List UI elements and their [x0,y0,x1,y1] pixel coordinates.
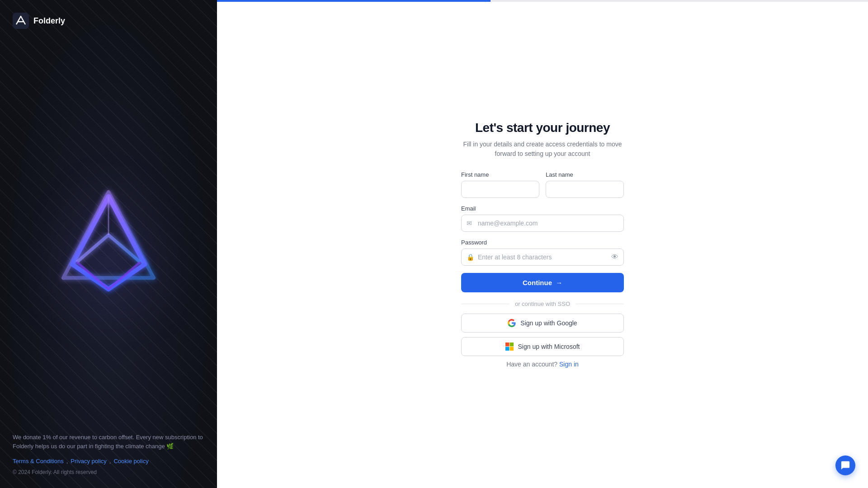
name-row: First name Last name [461,171,624,198]
arrow-right-icon: → [556,279,562,286]
sso-line-left [461,304,509,304]
first-name-label: First name [461,171,539,178]
carbon-text: We donate 1% of our revenue to carbon of… [13,433,204,450]
svg-rect-3 [505,347,509,351]
footer-links: Terms & Conditions , Privacy policy , Co… [13,458,204,465]
form-container: Let's start your journey Fill in your de… [217,0,868,488]
progress-bar-remainder [491,0,868,2]
svg-rect-4 [509,347,514,351]
right-panel: Let's start your journey Fill in your de… [217,0,868,488]
sso-line-right [576,304,624,304]
last-name-group: Last name [546,171,624,198]
email-group: Email ✉ [461,205,624,232]
sso-text: or continue with SSO [515,300,570,307]
left-panel: Folderly [0,0,217,488]
svg-rect-1 [505,343,509,347]
chat-widget[interactable] [835,455,855,475]
first-name-group: First name [461,171,539,198]
google-icon [508,319,516,327]
last-name-input[interactable] [546,181,624,198]
form-title: Let's start your journey [461,121,624,135]
privacy-link[interactable]: Privacy policy [71,458,106,465]
signin-link[interactable]: Sign in [559,361,579,368]
form-subtitle: Fill in your details and create access c… [461,140,624,159]
email-label: Email [461,205,624,212]
cookie-link[interactable]: Cookie policy [113,458,148,465]
progress-bar-fill [217,0,491,2]
sso-divider: or continue with SSO [461,300,624,307]
first-name-input[interactable] [461,181,539,198]
eye-icon[interactable]: 👁 [611,253,618,261]
google-signup-label: Sign up with Google [520,319,577,327]
form-card: Let's start your journey Fill in your de… [461,121,624,368]
chat-icon [840,460,850,470]
password-input[interactable] [461,249,624,266]
svg-rect-0 [13,13,29,29]
envelope-illustration [32,169,185,305]
email-input[interactable] [461,215,624,232]
terms-link[interactable]: Terms & Conditions [13,458,64,465]
email-input-wrapper: ✉ [461,215,624,232]
svg-rect-2 [509,343,514,347]
microsoft-icon [505,343,514,351]
logo-text: Folderly [33,16,65,26]
continue-button[interactable]: Continue → [461,273,624,292]
progress-bar-track [217,0,868,2]
password-group: Password 🔒 👁 [461,239,624,266]
continue-label: Continue [523,279,552,286]
google-signup-button[interactable]: Sign up with Google [461,314,624,333]
signin-row: Have an account? Sign in [461,361,624,368]
bottom-area: We donate 1% of our revenue to carbon of… [0,422,217,488]
signin-text: Have an account? [506,361,557,368]
copyright-text: © 2024 Folderly. All rights reserved [13,469,204,475]
microsoft-signup-label: Sign up with Microsoft [518,343,580,350]
logo-area: Folderly [0,0,217,42]
folderly-logo-icon [13,13,29,29]
password-label: Password [461,239,624,246]
last-name-label: Last name [546,171,624,178]
microsoft-signup-button[interactable]: Sign up with Microsoft [461,337,624,356]
password-input-wrapper: 🔒 👁 [461,249,624,266]
